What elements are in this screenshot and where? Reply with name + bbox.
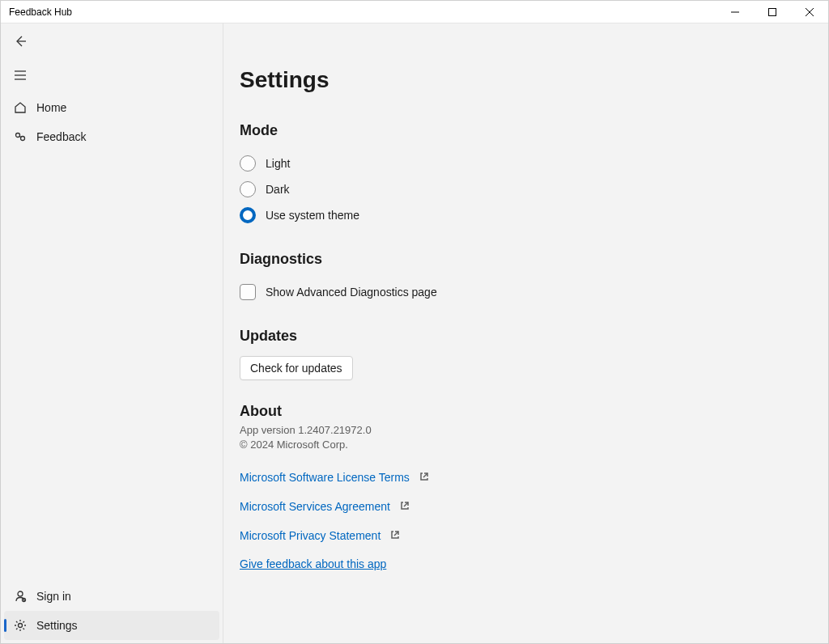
about-version: App version 1.2407.21972.0 [240,423,796,438]
diagnostics-section: Diagnostics Show Advanced Diagnostics pa… [240,251,796,305]
close-button[interactable] [791,1,828,23]
checkbox-label: Show Advanced Diagnostics page [266,286,437,299]
updates-section: Updates Check for updates [240,328,796,380]
external-link-icon [390,528,400,543]
mode-section: Mode Light Dark Use system theme [240,122,796,228]
main-content: Settings Mode Light Dark Use system them… [223,23,828,643]
feedback-icon [11,130,30,143]
minimize-button[interactable] [716,1,754,23]
sidebar-item-feedback[interactable]: Feedback [4,122,219,151]
updates-heading: Updates [240,328,796,345]
external-link-icon [419,470,429,485]
home-icon [11,101,30,114]
mode-heading: Mode [240,122,796,139]
mode-option-light[interactable]: Light [240,150,796,176]
svg-point-10 [18,591,23,596]
link-row-license[interactable]: Microsoft Software License Terms [240,470,796,485]
radio-indicator [240,155,256,172]
svg-point-9 [21,137,25,141]
window-controls [716,1,828,23]
radio-label: Use system theme [266,209,359,222]
titlebar: Feedback Hub [1,1,828,23]
svg-point-12 [19,624,23,628]
settings-icon [11,619,30,632]
give-feedback-link[interactable]: Give feedback about this app [240,557,386,570]
link-text: Microsoft Privacy Statement [240,529,380,542]
svg-point-8 [16,133,20,138]
mode-option-system[interactable]: Use system theme [240,202,796,228]
external-link-icon [400,499,410,514]
sidebar-item-label: Sign in [36,590,71,603]
page-title: Settings [240,67,796,93]
maximize-button[interactable] [754,1,791,23]
hamburger-button[interactable] [4,61,36,90]
radio-indicator [240,181,256,197]
nav-list-top: Home Feedback [1,93,223,151]
about-section: About App version 1.2407.21972.0 © 2024 … [240,403,796,571]
link-row-privacy[interactable]: Microsoft Privacy Statement [240,528,796,543]
checkbox-indicator [240,284,256,300]
link-text: Microsoft Services Agreement [240,500,390,513]
link-row-services[interactable]: Microsoft Services Agreement [240,499,796,514]
sidebar-item-home[interactable]: Home [4,93,219,122]
diagnostics-heading: Diagnostics [240,251,796,268]
body: Home Feedback Sign in [1,23,828,643]
radio-label: Light [266,157,290,170]
nav-list-bottom: Sign in Settings [1,582,223,643]
mode-option-dark[interactable]: Dark [240,176,796,202]
signin-icon [11,590,30,603]
link-text: Microsoft Software License Terms [240,471,410,484]
sidebar-item-settings[interactable]: Settings [4,611,219,640]
sidebar-item-label: Feedback [36,130,86,143]
sidebar-item-signin[interactable]: Sign in [4,582,219,611]
sidebar-item-label: Home [36,101,66,114]
sidebar-item-label: Settings [36,619,78,632]
check-updates-button[interactable]: Check for updates [240,356,353,380]
about-copyright: © 2024 Microsoft Corp. [240,438,796,452]
radio-label: Dark [266,183,290,196]
sidebar: Home Feedback Sign in [1,23,223,643]
app-window: Feedback Hub [0,0,829,644]
radio-indicator [240,207,256,223]
back-button[interactable] [4,27,36,56]
window-title: Feedback Hub [1,6,716,18]
diagnostics-checkbox-row[interactable]: Show Advanced Diagnostics page [240,279,796,305]
about-heading: About [240,403,796,420]
svg-rect-1 [769,8,776,15]
